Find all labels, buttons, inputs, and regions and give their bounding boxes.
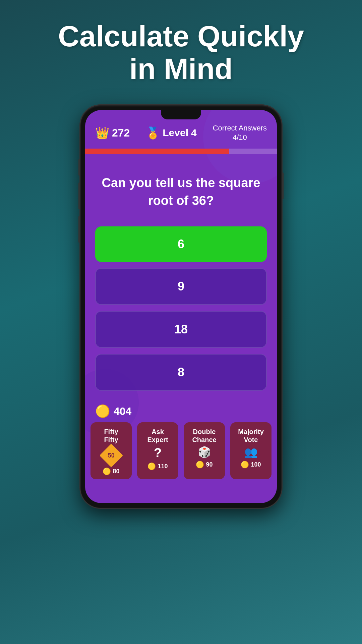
lifeline-ask-expert-name: AskExpert <box>147 428 168 444</box>
correct-answers-value: 4/10 <box>233 133 247 142</box>
lifeline-double-chance-cost: 🟡 90 <box>196 461 213 469</box>
question-text: Can you tell us the square root of 36? <box>99 174 263 210</box>
lifelines-row: FiftyFifty 50 🟡 80 AskExpert ? <box>85 422 277 486</box>
page-title: Calculate Quickly in Mind <box>45 20 317 85</box>
answer-btn-d[interactable]: 8 <box>95 354 267 391</box>
title-line2: in Mind <box>129 52 233 85</box>
level-label: Level <box>163 127 188 139</box>
phone-btn-vol-up <box>78 182 80 209</box>
title-line1: Calculate Quickly <box>58 19 304 53</box>
answer-btn-b[interactable]: 9 <box>95 268 267 305</box>
lifeline-majority-vote-cost: 🟡 100 <box>241 461 261 469</box>
score-display: 👑 272 <box>95 126 130 140</box>
phone-screen: 👑 272 🏅 Level 4 Correct Answers 4/10 <box>85 110 277 503</box>
lifeline-majority-vote[interactable]: MajorityVote 👥 🟡 100 <box>230 422 272 479</box>
lifeline-fifty-fifty-cost: 🟡 80 <box>103 467 119 475</box>
lifeline-double-chance[interactable]: DoubleChance 🎲 🟡 90 <box>184 422 225 479</box>
lifeline-fifty-fifty[interactable]: FiftyFifty 50 🟡 80 <box>90 422 132 479</box>
coin-icon-ff: 🟡 <box>103 467 111 475</box>
double-chance-icon: 🎲 <box>198 446 211 459</box>
lifeline-ask-expert-cost: 🟡 110 <box>147 462 168 470</box>
fifty-fifty-icon: 50 <box>99 444 123 468</box>
coins-row: 🟡 404 <box>85 397 277 422</box>
majority-vote-icon: 👥 <box>244 446 258 459</box>
question-area: Can you tell us the square root of 36? <box>85 154 277 220</box>
lifeline-double-chance-name: DoubleChance <box>192 428 216 444</box>
crown-icon: 👑 <box>95 126 109 140</box>
phone-outer: 👑 272 🏅 Level 4 Correct Answers 4/10 <box>80 105 282 508</box>
ae-cost-value: 110 <box>158 463 168 470</box>
ff-cost-value: 80 <box>113 468 119 475</box>
coin-icon: 🟡 <box>95 404 110 418</box>
level-number: 4 <box>191 127 197 139</box>
answers-area: 6 9 18 8 <box>85 220 277 397</box>
lifeline-majority-vote-name: MajorityVote <box>238 428 264 444</box>
correct-answers-display: Correct Answers 4/10 <box>213 123 267 143</box>
correct-answers-label: Correct Answers <box>213 124 267 132</box>
coin-icon-ae: 🟡 <box>147 462 156 470</box>
phone-btn-vol-down <box>78 216 80 243</box>
ask-expert-icon: ? <box>154 446 162 460</box>
coins-amount: 404 <box>114 405 131 418</box>
lifeline-ask-expert[interactable]: AskExpert ? 🟡 110 <box>137 422 178 479</box>
phone-btn-silent <box>78 159 80 176</box>
coin-icon-mv: 🟡 <box>241 461 249 469</box>
lifeline-fifty-fifty-name: FiftyFifty <box>104 428 118 444</box>
answer-btn-c[interactable]: 18 <box>95 311 267 348</box>
answer-text-b: 9 <box>178 279 184 293</box>
mv-cost-value: 100 <box>251 461 261 468</box>
phone-btn-power <box>282 172 284 199</box>
phone-notch <box>161 110 201 119</box>
answer-text-c: 18 <box>174 322 188 336</box>
phone-frame: 👑 272 🏅 Level 4 Correct Answers 4/10 <box>80 105 282 508</box>
answer-btn-a[interactable]: 6 <box>95 226 267 262</box>
star-icon: 🏅 <box>146 126 160 140</box>
level-display: 🏅 Level 4 <box>146 126 196 140</box>
score-value: 272 <box>112 127 130 139</box>
progress-bar-fill <box>85 149 229 154</box>
answer-text-a: 6 <box>178 237 184 251</box>
progress-bar-container <box>85 149 277 154</box>
answer-text-d: 8 <box>178 365 184 379</box>
coin-icon-dc: 🟡 <box>196 461 204 469</box>
dc-cost-value: 90 <box>206 461 213 468</box>
